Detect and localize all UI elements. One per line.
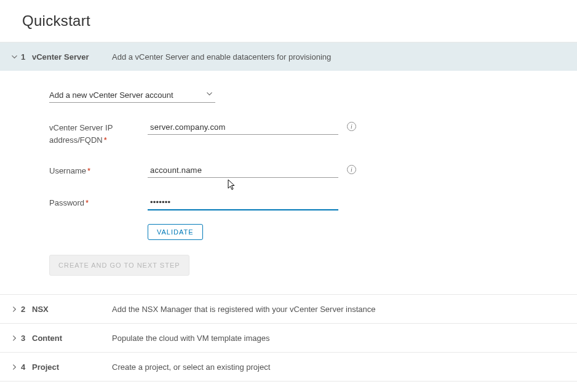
step-description: Add a vCenter Server and enable datacent… [112,52,568,62]
step-nsx: 2 NSX Add the NSX Manager that is regist… [0,294,577,323]
step-title: NSX [32,305,112,314]
required-indicator: * [104,135,107,145]
cursor-icon [228,179,237,191]
step-title: Project [32,362,112,372]
label-text: Username [49,166,86,175]
step-title: Content [32,334,112,343]
step-number: 2 [21,305,32,314]
step-header-vcenter[interactable]: 1 vCenter Server Add a vCenter Server an… [0,42,577,71]
username-label: Username* [49,163,148,177]
validate-button[interactable]: Validate [148,224,203,240]
address-label: vCenter Server IP address/FQDN* [49,120,148,146]
chevron-right-icon [9,332,20,343]
address-input[interactable] [148,120,338,135]
required-indicator: * [86,198,89,207]
step-title: vCenter Server [32,52,112,62]
account-select-value[interactable] [49,88,215,103]
step-vcenter-server: 1 vCenter Server Add a vCenter Server an… [0,42,577,294]
chevron-down-icon [9,51,20,62]
label-text: Password [49,198,84,207]
step-description: Create a project, or select an existing … [112,362,568,372]
step-description: Add the NSX Manager that is registered w… [112,305,568,314]
password-input[interactable] [148,195,338,210]
step-number: 3 [21,334,32,343]
username-input[interactable] [148,163,338,178]
step-header-project[interactable]: 4 Project Create a project, or select an… [0,353,577,381]
required-indicator: * [87,166,90,175]
chevron-down-icon [206,90,213,99]
step-description: Populate the cloud with VM template imag… [112,334,568,343]
step-project: 4 Project Create a project, or select an… [0,352,577,382]
page-title: Quickstart [0,0,577,42]
step-content: 3 Content Populate the cloud with VM tem… [0,323,577,352]
step-body-vcenter: vCenter Server IP address/FQDN* i Userna… [0,71,577,294]
chevron-right-icon [9,303,20,314]
info-icon[interactable]: i [347,122,356,131]
password-label: Password* [49,195,148,209]
info-icon[interactable]: i [347,165,356,174]
chevron-right-icon [9,361,20,372]
step-number: 4 [21,362,32,372]
account-select[interactable] [49,88,215,103]
step-header-nsx[interactable]: 2 NSX Add the NSX Manager that is regist… [0,295,577,323]
step-number: 1 [21,52,32,62]
create-next-button: Create and go to next step [49,255,189,276]
step-header-content[interactable]: 3 Content Populate the cloud with VM tem… [0,324,577,352]
label-text: vCenter Server IP address/FQDN [49,123,113,145]
